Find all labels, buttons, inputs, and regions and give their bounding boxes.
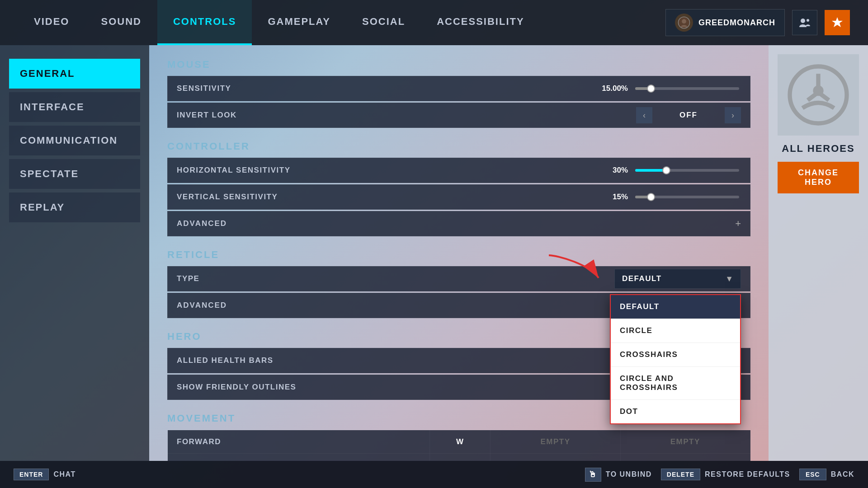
svg-point-1 [682, 19, 686, 23]
back-key1[interactable]: S [430, 454, 491, 461]
h-sensitivity-fill [635, 169, 666, 172]
back-label: BACK [168, 454, 430, 461]
sensitivity-slider-container: 15.00% [596, 84, 741, 93]
table-row: BACK S EMPTY EMPTY [168, 454, 750, 461]
type-dropdown-wrapper: DEFAULT ▼ DEFAUL [614, 269, 741, 289]
sensitivity-thumb[interactable] [647, 84, 655, 93]
main-content: GENERAL INTERFACE COMMUNICATION SPECTATE… [0, 45, 868, 461]
dropdown-option-circle[interactable]: CIRCLE [611, 319, 740, 343]
reticle-section-header: RETICLE [167, 249, 750, 261]
sidebar-item-interface[interactable]: INTERFACE [9, 92, 140, 122]
unbind-hint: 🖱 TO UNBIND [585, 468, 652, 482]
dropdown-option-dot[interactable]: DOT [611, 400, 740, 423]
dropdown-chevron-icon: ▼ [725, 274, 733, 284]
svg-point-6 [813, 85, 823, 96]
top-navigation: VIDEO SOUND CONTROLS GAMEPLAY SOCIAL ACC… [0, 0, 868, 45]
settings-area: MOUSE SENSITIVITY 15.00% INVERT LOOK ‹ O… [149, 45, 769, 461]
rank-icon-btn[interactable] [825, 10, 850, 35]
type-dropdown-value: DEFAULT [622, 274, 725, 283]
movement-table: FORWARD W EMPTY EMPTY BACK S EMPTY EMPTY… [167, 430, 750, 461]
dropdown-option-circle-and-crosshairs[interactable]: CIRCLE AND CROSSHAIRS [611, 367, 740, 400]
v-sensitivity-track[interactable] [635, 196, 739, 198]
v-sensitivity-label: VERTICAL SENSITIVITY [177, 192, 596, 202]
forward-key3[interactable]: EMPTY [620, 430, 750, 454]
forward-key2[interactable]: EMPTY [491, 430, 620, 454]
sidebar-item-communication[interactable]: COMMUNICATION [9, 126, 140, 155]
h-sensitivity-label: HORIZONTAL SENSITIVITY [177, 166, 596, 175]
h-sensitivity-thumb[interactable] [662, 166, 670, 174]
esc-key-badge: ESC [799, 469, 826, 480]
reticle-type-row: TYPE DEFAULT ▼ [167, 266, 750, 291]
back-label: BACK [831, 470, 854, 479]
invert-look-next[interactable]: › [725, 107, 741, 123]
sidebar-item-replay[interactable]: REPLAY [9, 192, 140, 222]
dropdown-option-crosshairs[interactable]: CROSSHAIRS [611, 343, 740, 367]
svg-point-3 [807, 19, 809, 22]
tab-social[interactable]: SOCIAL [346, 0, 421, 45]
tab-sound[interactable]: SOUND [85, 0, 157, 45]
invert-look-prev[interactable]: ‹ [636, 107, 652, 123]
enter-key-badge: ENTER [14, 469, 49, 480]
avatar [675, 14, 693, 32]
user-profile-box[interactable]: GREEDMONARCH [665, 9, 785, 36]
chat-label: CHAT [53, 470, 75, 479]
mouse-section-header: MOUSE [167, 59, 750, 70]
delete-key-badge: DELETE [661, 469, 700, 480]
hero-icon-box [778, 54, 859, 136]
back-hint: ESC BACK [799, 469, 854, 480]
bottom-right-hints: 🖱 TO UNBIND DELETE RESTORE DEFAULTS ESC … [585, 468, 854, 482]
unbind-label: TO UNBIND [606, 470, 652, 479]
username-label: GREEDMONARCH [698, 18, 775, 28]
bottom-bar: ENTER CHAT 🖱 TO UNBIND DELETE RESTORE DE… [0, 461, 868, 488]
invert-look-label: INVERT LOOK [177, 111, 596, 120]
restore-defaults-hint: DELETE RESTORE DEFAULTS [661, 469, 790, 480]
tab-video[interactable]: VIDEO [18, 0, 85, 45]
friend-icon-btn[interactable] [792, 10, 817, 35]
type-dropdown-menu: DEFAULT CIRCLE CROSSHAIRS CIRCLE AND CRO… [610, 294, 741, 424]
invert-look-value: OFF [652, 111, 725, 120]
controller-section-header: CONTROLLER [167, 141, 750, 152]
tab-gameplay[interactable]: GAMEPLAY [252, 0, 346, 45]
tab-controls[interactable]: CONTROLS [157, 0, 252, 45]
restore-defaults-label: RESTORE DEFAULTS [705, 470, 790, 479]
sidebar-item-general[interactable]: GENERAL [9, 59, 140, 89]
sidebar: GENERAL INTERFACE COMMUNICATION SPECTATE… [0, 45, 149, 461]
change-hero-button[interactable]: CHANGE HERO [778, 162, 859, 193]
sensitivity-track[interactable] [635, 87, 739, 90]
overwatch-logo-icon [787, 63, 850, 127]
enter-chat-hint: ENTER CHAT [14, 469, 76, 480]
dropdown-option-default[interactable]: DEFAULT [611, 295, 740, 319]
forward-key1[interactable]: W [430, 430, 491, 454]
v-sensitivity-row: VERTICAL SENSITIVITY 15% [167, 184, 750, 210]
back-key2[interactable]: EMPTY [491, 454, 620, 461]
sidebar-item-spectate[interactable]: SPECTATE [9, 159, 140, 189]
tab-accessibility[interactable]: ACCESSIBILITY [421, 0, 540, 45]
controller-advanced-label: ADVANCED [177, 219, 735, 228]
invert-look-toggle: ‹ OFF › [596, 107, 741, 123]
sensitivity-row: SENSITIVITY 15.00% [167, 76, 750, 101]
table-row: FORWARD W EMPTY EMPTY [168, 430, 750, 454]
h-sensitivity-row: HORIZONTAL SENSITIVITY 30% [167, 158, 750, 183]
advanced-expand-icon: + [735, 218, 741, 230]
hero-panel: ALL HEROES CHANGE HERO [769, 45, 868, 461]
h-sensitivity-value: 30% [596, 166, 628, 175]
forward-label: FORWARD [168, 430, 430, 454]
sensitivity-label: SENSITIVITY [177, 84, 596, 93]
mouse-icon-badge: 🖱 [585, 468, 601, 482]
svg-point-2 [801, 19, 805, 23]
back-key3[interactable]: EMPTY [620, 454, 750, 461]
invert-look-row: INVERT LOOK ‹ OFF › [167, 103, 750, 128]
v-sensitivity-thumb[interactable] [647, 193, 655, 201]
v-sensitivity-value: 15% [596, 192, 628, 202]
hero-name-label: ALL HEROES [782, 143, 854, 155]
controller-advanced-row[interactable]: ADVANCED + [167, 211, 750, 236]
h-sensitivity-slider: 30% [596, 166, 741, 175]
type-dropdown-button[interactable]: DEFAULT ▼ [614, 269, 741, 289]
v-sensitivity-slider: 15% [596, 192, 741, 202]
sensitivity-value: 15.00% [596, 84, 628, 93]
reticle-type-label: TYPE [177, 274, 614, 283]
nav-right-section: GREEDMONARCH [665, 9, 850, 36]
h-sensitivity-track[interactable] [635, 169, 739, 172]
